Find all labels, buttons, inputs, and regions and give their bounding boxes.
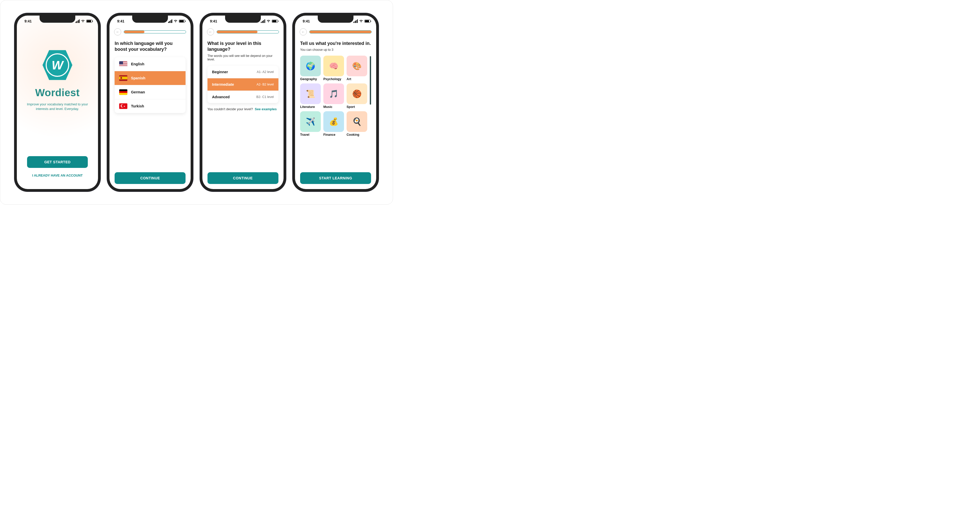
interest-tile-psychology[interactable]: 🧠Psychology <box>323 56 344 81</box>
scroll-indicator[interactable] <box>370 56 371 105</box>
progress-bar <box>309 30 372 33</box>
phone-language: 9:41 ← In which language will you boost … <box>107 13 193 192</box>
battery-icon <box>272 20 278 23</box>
wifi-icon <box>266 19 270 23</box>
interest-icon: 🌍 <box>300 56 321 76</box>
interest-tile-literature[interactable]: 📜Literature <box>300 83 321 109</box>
screen-subtitle: You can choose up to 3 <box>300 48 371 51</box>
status-time: 9:41 <box>24 19 32 23</box>
interest-label: Literature <box>300 105 321 109</box>
login-link[interactable]: I ALREADY HAVE AN ACCOUNT <box>22 173 93 177</box>
interest-label: Music <box>323 105 344 109</box>
interest-tile-cooking[interactable]: 🍳Cooking <box>347 111 367 137</box>
back-button[interactable]: ← <box>114 28 121 35</box>
device-notch <box>318 16 353 23</box>
interest-icon: 💰 <box>323 111 344 132</box>
interest-icon: 🍳 <box>347 111 367 132</box>
progress-bar <box>217 30 279 33</box>
level-range: B2- C1 level <box>256 95 274 99</box>
continue-button[interactable]: CONTINUE <box>207 172 278 184</box>
phone-interests: 9:41 ← Tell us what you're interested in… <box>293 13 379 192</box>
wifi-icon <box>81 19 85 23</box>
back-button[interactable]: ← <box>300 28 307 35</box>
wifi-icon <box>173 19 178 23</box>
start-learning-button[interactable]: START LEARNING <box>300 172 371 184</box>
hint-text: You couldn't decide your level? <box>207 107 253 111</box>
status-time: 9:41 <box>117 19 124 23</box>
get-started-button[interactable]: GET STARTED <box>27 156 88 168</box>
language-option-turkish[interactable]: ★Turkish <box>115 99 186 113</box>
interest-icon: 🏀 <box>347 83 367 104</box>
interest-label: Finance <box>323 133 344 137</box>
interest-icon: 🎵 <box>323 83 344 104</box>
signal-icon <box>168 19 172 23</box>
device-notch <box>225 16 261 23</box>
interest-tile-travel[interactable]: ✈️Travel <box>300 111 321 137</box>
see-examples-link[interactable]: See examples <box>255 107 277 111</box>
interest-label: Travel <box>300 133 321 137</box>
interest-tile-geography[interactable]: 🌍Geography <box>300 56 321 81</box>
language-option-english[interactable]: English <box>115 57 186 71</box>
interest-icon: ✈️ <box>300 111 321 132</box>
interest-label: Art <box>347 77 367 81</box>
level-label: Intermediate <box>212 83 234 86</box>
interest-tile-art[interactable]: 🎨Art <box>347 56 367 81</box>
level-label: Advanced <box>212 95 230 99</box>
screen-title: Tell us what you're interested in. <box>300 41 371 46</box>
phone-level: 9:41 ← What is your level in this langua… <box>200 13 286 192</box>
language-label: Turkish <box>131 104 144 108</box>
signal-icon <box>76 19 80 23</box>
status-time: 9:41 <box>210 19 217 23</box>
language-label: Spanish <box>131 76 145 80</box>
flag-us-icon <box>119 61 127 67</box>
wifi-icon <box>359 19 363 23</box>
level-range: A2- B2 level <box>256 83 274 86</box>
interest-tile-finance[interactable]: 💰Finance <box>323 111 344 137</box>
battery-icon <box>179 20 185 23</box>
phone-welcome: 9:41 W Wordiest Improve your vocabulary … <box>14 13 100 192</box>
flag-es-icon <box>119 75 127 81</box>
level-option-advanced[interactable]: AdvancedB2- C1 level <box>207 91 278 103</box>
device-notch <box>40 16 75 23</box>
language-option-spanish[interactable]: Spanish <box>115 71 186 85</box>
status-time: 9:41 <box>303 19 310 23</box>
level-option-beginner[interactable]: BeginnerA1- A2 level <box>207 66 278 78</box>
app-logo: W <box>40 47 75 83</box>
interest-label: Geography <box>300 77 321 81</box>
language-label: German <box>131 90 145 94</box>
level-label: Beginner <box>212 70 228 74</box>
interest-icon: 📜 <box>300 83 321 104</box>
interest-label: Psychology <box>323 77 344 81</box>
language-label: English <box>131 62 144 66</box>
signal-icon <box>261 19 265 23</box>
screen-title: In which language will you boost your vo… <box>115 41 186 52</box>
level-option-intermediate[interactable]: IntermediateA2- B2 level <box>207 78 278 91</box>
interest-tile-music[interactable]: 🎵Music <box>323 83 344 109</box>
interest-icon: 🎨 <box>347 56 367 76</box>
back-button[interactable]: ← <box>207 28 214 35</box>
level-range: A1- A2 level <box>257 70 274 74</box>
continue-button[interactable]: CONTINUE <box>115 172 186 184</box>
logo-letter: W <box>46 53 69 77</box>
language-option-german[interactable]: German <box>115 85 186 99</box>
screen-title: What is your level in this language? <box>207 41 278 52</box>
battery-icon <box>364 20 371 23</box>
interest-icon: 🧠 <box>323 56 344 76</box>
battery-icon <box>86 20 92 23</box>
interest-tile-sport[interactable]: 🏀Sport <box>347 83 367 109</box>
screen-subtitle: The words you will see will be depend on… <box>207 54 278 61</box>
progress-bar <box>124 30 186 33</box>
flag-tr-icon: ★ <box>119 103 127 109</box>
interest-label: Sport <box>347 105 367 109</box>
device-notch <box>132 16 168 23</box>
app-tagline: Improve your vocabulary matched to your … <box>27 102 88 111</box>
app-name: Wordiest <box>35 87 80 99</box>
signal-icon <box>353 19 358 23</box>
flag-de-icon <box>119 89 127 95</box>
interest-label: Cooking <box>347 133 367 137</box>
